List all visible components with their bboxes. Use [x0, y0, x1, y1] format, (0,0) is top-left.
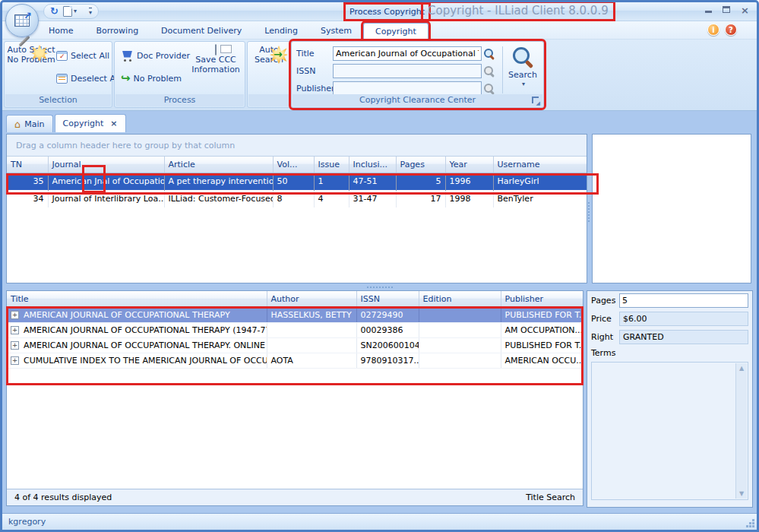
col-tn[interactable]: TN: [7, 157, 48, 173]
col-edition[interactable]: Edition: [419, 291, 501, 307]
ccc-issn-label: ISSN: [296, 66, 333, 76]
horizontal-splitter[interactable]: [2, 284, 757, 290]
new-request-button[interactable]: ▾: [63, 6, 77, 17]
document-tab-bar: ⌂ Main Copyright ×: [2, 112, 757, 132]
results-count: 4 of 4 results displayed: [14, 492, 112, 502]
expand-row-icon[interactable]: +: [11, 356, 19, 365]
select-all-icon: [56, 51, 68, 61]
col-publisher[interactable]: Publisher: [501, 291, 583, 307]
table-row[interactable]: +AMERICAN JOURNAL OF OCCUPATIONAL THERAP…: [7, 307, 583, 322]
terms-label: Terms: [591, 348, 748, 358]
resize-grip[interactable]: [752, 525, 754, 527]
col-pages[interactable]: Pages: [396, 157, 445, 173]
deselect-all-button[interactable]: Deselect All: [56, 71, 120, 86]
tab-main[interactable]: ⌂ Main: [6, 115, 53, 132]
no-problem-button[interactable]: ↪ No Problem: [121, 71, 190, 86]
application-menu-button[interactable]: ↗: [5, 4, 39, 37]
col-title[interactable]: Title: [7, 291, 267, 307]
dialog-launcher-icon[interactable]: [532, 97, 540, 105]
doc-provider-button[interactable]: Doc Provider: [121, 48, 190, 63]
col-volume[interactable]: Vol...: [273, 157, 314, 173]
expand-row-icon[interactable]: +: [11, 341, 19, 350]
ribbon-group-auto-search: → Auto Search: [247, 41, 292, 108]
col-journal[interactable]: Journal: [48, 157, 164, 173]
ribbon-tab-system[interactable]: System: [309, 23, 363, 40]
ribbon-group-process: Doc Provider ↪ No Problem Save CCC Infor…: [114, 41, 245, 108]
refresh-icon[interactable]: ↻: [50, 6, 59, 17]
request-grid-pane: Drag a column header here to group by th…: [6, 134, 587, 283]
vertical-splitter[interactable]: [587, 134, 592, 283]
col-username[interactable]: Username: [493, 157, 587, 173]
group-label-auto-search: [248, 94, 290, 106]
group-label-process: Process: [115, 94, 244, 106]
statusbar: kgregory: [2, 513, 757, 530]
auto-select-no-problem-button[interactable]: Auto Select No Problem: [6, 45, 56, 65]
maximize-button[interactable]: [723, 5, 730, 15]
customize-qat-icon[interactable]: ▾: [89, 8, 92, 16]
ccc-issn-input[interactable]: [333, 64, 482, 78]
close-button[interactable]: ×: [741, 7, 749, 14]
pages-input[interactable]: [619, 293, 748, 308]
ribbon-tab-lending[interactable]: Lending: [253, 23, 309, 40]
window-title: Copyright - ILLiad Client 8.0.0.9: [423, 3, 613, 19]
table-row[interactable]: +AMERICAN JOURNAL OF OCCUPATIONAL THERAP…: [7, 322, 583, 337]
floppy-disk-icon: [215, 44, 217, 55]
request-grid: TN Journal Article Vol... Issue Inclusi.…: [7, 157, 587, 207]
logged-in-user: kgregory: [8, 517, 46, 527]
search-magnifier-icon: [511, 46, 534, 68]
expand-row-icon[interactable]: +: [11, 326, 19, 334]
col-author[interactable]: Author: [267, 291, 356, 307]
terms-textarea[interactable]: ▲ ▼: [591, 362, 748, 500]
ribbon-tab-borrowing[interactable]: Borrowing: [84, 23, 150, 40]
copyright-detail-panel: Pages Price $6.00 Right GRANTED Terms ▲ …: [587, 290, 753, 508]
ccc-publisher-label: Publisher: [296, 84, 333, 93]
green-arrow-icon: ↪: [121, 74, 131, 84]
results-grid-header: Title Author ISSN Edition Publisher: [7, 291, 583, 307]
table-row[interactable]: 34 Journal of Interlibrary Loa... ILLiad…: [7, 190, 587, 207]
minimize-button[interactable]: [705, 5, 712, 15]
ccc-title-label: Title: [296, 49, 333, 59]
select-all-button[interactable]: Select All: [56, 48, 120, 63]
ribbon-tab-document-delivery[interactable]: Document Delivery: [150, 23, 253, 40]
scroll-up-icon[interactable]: ▲: [739, 365, 744, 372]
results-grid: Title Author ISSN Edition Publisher +AME…: [7, 291, 583, 369]
close-tab-icon[interactable]: ×: [110, 119, 117, 128]
group-by-bar[interactable]: Drag a column header here to group by th…: [7, 135, 587, 157]
quick-access-toolbar: ↻ ▾ ▾: [43, 4, 99, 19]
ccc-search-button[interactable]: Search ▾: [505, 45, 540, 95]
scroll-down-icon[interactable]: ▼: [739, 490, 744, 497]
col-year[interactable]: Year: [445, 157, 493, 173]
ribbon-tab-home[interactable]: Home: [37, 23, 84, 40]
terms-scrollbar[interactable]: ▲ ▼: [735, 363, 747, 499]
ribbon: Auto Select No Problem Select All Desele…: [2, 40, 757, 111]
workspace: Drag a column header here to group by th…: [2, 132, 757, 513]
group-label-selection: Selection: [5, 94, 111, 106]
expand-row-icon[interactable]: +: [11, 311, 19, 319]
title-search-icon[interactable]: [483, 48, 495, 59]
request-grid-header: TN Journal Article Vol... Issue Inclusi.…: [7, 157, 587, 173]
pages-label: Pages: [591, 296, 619, 306]
issn-search-icon[interactable]: [483, 65, 495, 77]
titlebar: ↗ ↻ ▾ ▾ Process Copyright Copyright - IL…: [2, 2, 757, 21]
col-issue[interactable]: Issue: [314, 157, 349, 173]
table-row[interactable]: +CUMULATIVE INDEX TO THE AMERICAN JOURNA…: [7, 353, 583, 368]
document-icon: [63, 6, 72, 17]
ribbon-tab-row: Home Borrowing Document Delivery Lending…: [2, 21, 757, 40]
deselect-all-icon: [56, 74, 68, 84]
right-label: Right: [591, 332, 619, 342]
auto-search-button[interactable]: → Auto Search: [245, 45, 293, 65]
ccc-title-input[interactable]: [333, 46, 482, 61]
help-icon[interactable]: ?: [725, 24, 737, 36]
col-issn[interactable]: ISSN: [356, 291, 419, 307]
tab-copyright[interactable]: Copyright ×: [55, 114, 126, 132]
table-row[interactable]: +AMERICAN JOURNAL OF OCCUPATIONAL THERAP…: [7, 337, 583, 353]
save-ccc-information-button[interactable]: Save CCC Information: [191, 45, 241, 74]
ribbon-group-selection: Auto Select No Problem Select All Desele…: [4, 41, 112, 108]
feedback-icon[interactable]: i: [707, 24, 719, 36]
col-article[interactable]: Article: [164, 157, 273, 173]
col-inclusive[interactable]: Inclusi...: [349, 157, 396, 173]
ribbon-tab-copyright[interactable]: Copyright: [363, 23, 429, 40]
publisher-search-icon[interactable]: [483, 83, 495, 94]
table-row[interactable]: 35 American Jnal of Occupatio... A pet t…: [7, 173, 587, 190]
results-footer: 4 of 4 results displayed Title Search: [7, 489, 583, 505]
